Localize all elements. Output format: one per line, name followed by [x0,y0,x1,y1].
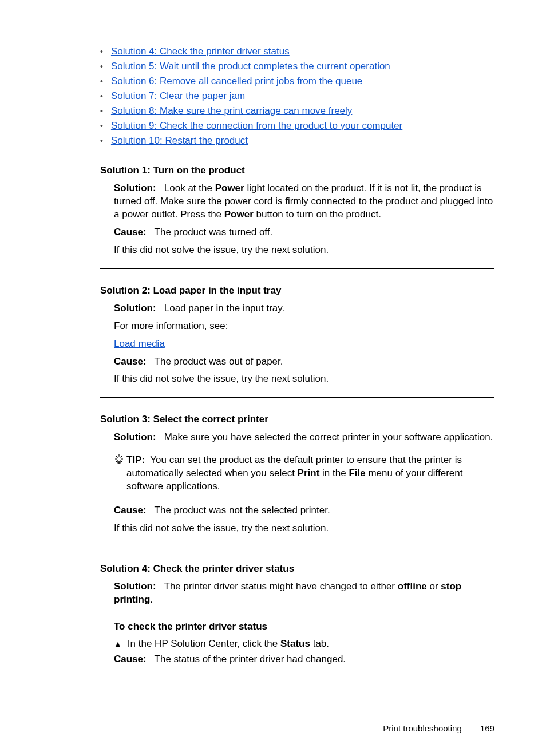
bullet-icon: • [100,47,103,56]
solution-label: Solution: [114,432,156,442]
cause-label: Cause: [114,505,147,516]
list-item: •Solution 9: Check the connection from t… [100,120,494,132]
step-row: ▲ In the HP Solution Center, click the S… [114,638,494,650]
footer-section: Print troubleshooting [383,723,462,733]
link-solution-9[interactable]: Solution 9: Check the connection from th… [111,120,402,132]
solution-3-title: Solution 3: Select the correct printer [100,414,494,425]
cause-text: The product was turned off. [155,227,273,238]
bullet-icon: • [100,136,103,145]
solution-links-list: •Solution 4: Check the printer driver st… [100,46,494,147]
svg-point-0 [117,457,121,461]
offline-label: offline [398,581,427,592]
text: in the [319,468,349,478]
link-solution-6[interactable]: Solution 6: Remove all cancelled print j… [111,76,362,87]
bullet-icon: • [100,121,103,130]
cause-label: Cause: [114,356,147,367]
solution-label: Solution: [114,303,156,314]
solution-2-cause: Cause: The product was out of paper. [114,355,494,369]
list-item: •Solution 5: Wait until the product comp… [100,61,494,72]
bullet-icon: • [100,92,103,101]
solution-1-title: Solution 1: Turn on the product [100,165,494,176]
solution-1-next: If this did not solve the issue, try the… [114,244,494,257]
print-label: Print [298,468,320,478]
power-label: Power [224,209,254,220]
page-footer: Print troubleshooting 169 [383,723,494,733]
cause-label: Cause: [114,227,147,238]
solution-2-more: For more information, see: [114,320,494,333]
solution-1-text: Solution: Look at the Power light locate… [114,182,494,221]
list-item: •Solution 10: Restart the product [100,135,494,147]
divider [100,397,494,398]
bullet-icon: • [100,62,103,71]
text: Load paper in the input tray. [164,303,284,314]
solution-2-text: Solution: Load paper in the input tray. [114,302,494,315]
link-solution-10[interactable]: Solution 10: Restart the product [111,135,248,147]
text: or [427,581,441,592]
svg-line-5 [116,456,117,457]
solution-4-subtitle: To check the printer driver status [114,620,494,634]
svg-line-7 [116,461,117,462]
footer-page-number: 169 [480,723,494,733]
tip-content: TIP: You can set the product as the defa… [126,454,494,493]
bullet-icon: • [100,106,103,116]
text: Look at the [164,183,215,193]
solution-label: Solution: [114,581,156,592]
text: tab. [310,638,329,649]
bullet-icon: • [100,77,103,86]
tip-label: TIP: [126,454,145,465]
link-load-media[interactable]: Load media [114,338,165,349]
text: . [150,594,153,605]
tip-box: TIP: You can set the product as the defa… [114,449,494,498]
link-solution-4[interactable]: Solution 4: Check the printer driver sta… [111,46,290,57]
file-label: File [349,468,365,478]
list-item: •Solution 4: Check the printer driver st… [100,46,494,57]
text: button to turn on the product. [254,209,381,220]
divider [100,547,494,547]
link-solution-8[interactable]: Solution 8: Make sure the print carriage… [111,105,352,117]
status-label: Status [280,638,310,649]
triangle-up-icon: ▲ [114,639,122,648]
cause-label: Cause: [114,654,147,664]
step-text: In the HP Solution Center, click the Sta… [128,638,329,650]
text: Make sure you have selected the correct … [164,432,493,442]
svg-line-6 [121,461,122,462]
solution-label: Solution: [114,183,156,193]
power-label: Power [215,183,244,193]
list-item: •Solution 8: Make sure the print carriag… [100,105,494,117]
divider [100,268,494,269]
text: The printer driver status might have cha… [164,581,398,592]
link-solution-7[interactable]: Solution 7: Clear the paper jam [111,90,245,102]
link-solution-5[interactable]: Solution 5: Wait until the product compl… [111,61,390,72]
svg-rect-9 [118,461,120,463]
solution-2-next: If this did not solve the issue, try the… [114,373,494,386]
solution-4-cause: Cause: The status of the printer driver … [114,653,494,666]
solution-4-title: Solution 4: Check the printer driver sta… [100,563,494,575]
list-item: •Solution 6: Remove all cancelled print … [100,76,494,87]
svg-line-8 [121,456,122,457]
cause-text: The status of the printer driver had cha… [155,654,346,664]
cause-text: The product was not the selected printer… [155,505,330,516]
solution-3-next: If this did not solve the issue, try the… [114,522,494,535]
text: In the HP Solution Center, click the [128,638,280,649]
solution-3-text: Solution: Make sure you have selected th… [114,431,494,444]
solution-2-title: Solution 2: Load paper in the input tray [100,285,494,296]
cause-text: The product was out of paper. [155,356,283,367]
tip-lightbulb-icon [114,454,126,469]
solution-4-text: Solution: The printer driver status migh… [114,580,494,607]
solution-1-cause: Cause: The product was turned off. [114,226,494,239]
list-item: •Solution 7: Clear the paper jam [100,90,494,102]
solution-3-cause: Cause: The product was not the selected … [114,504,494,517]
